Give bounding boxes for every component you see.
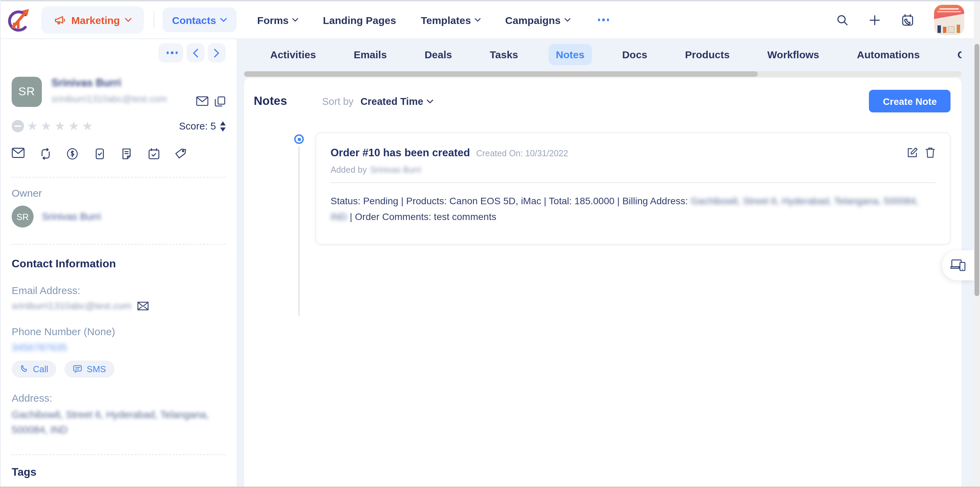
user-avatar[interactable] xyxy=(934,5,964,35)
contact-name: Srinivas Burri xyxy=(51,77,167,89)
delete-note-icon[interactable] xyxy=(925,147,935,158)
phone-number-label: Phone Number (None) xyxy=(12,326,226,337)
tab-emails[interactable]: Emails xyxy=(346,43,395,65)
create-note-button[interactable]: Create Note xyxy=(869,90,950,113)
chevron-down-icon xyxy=(564,18,570,22)
next-contact-button[interactable] xyxy=(208,43,226,62)
address-label: Address: xyxy=(12,392,226,404)
chevron-down-icon xyxy=(292,18,298,22)
tab-deals[interactable]: Deals xyxy=(417,43,460,65)
sms-label: SMS xyxy=(87,364,106,374)
tab-workflows[interactable]: Workflows xyxy=(760,43,827,65)
score-label: Score: 5 xyxy=(179,121,216,132)
send-email-icon[interactable] xyxy=(196,96,208,107)
sort-value: Created Time xyxy=(360,95,423,107)
notes-panel: Notes Sort by Created Time Create Note O… xyxy=(244,78,961,486)
call-label: Call xyxy=(33,364,48,374)
nav-item-forms[interactable]: Forms xyxy=(257,14,298,26)
previous-contact-button[interactable] xyxy=(186,43,204,62)
score-control: Score: 5 xyxy=(179,121,226,132)
phone-actions: Call SMS xyxy=(12,361,226,378)
record-tabs: Activities Emails Deals Tasks Notes Docs… xyxy=(244,38,961,71)
address-value: Gachibowli, Street 6, Hyderabad, Telanga… xyxy=(12,408,210,438)
tab-docs[interactable]: Docs xyxy=(614,43,655,65)
brand-logo-icon[interactable] xyxy=(5,6,33,33)
note-body: Status: Pending | Products: Canon EOS 5D… xyxy=(331,193,919,225)
top-navbar: Marketing Contacts Forms Landing Pages T… xyxy=(0,2,974,39)
scrollbar-thumb[interactable] xyxy=(244,71,758,77)
email-address-label: Email Address: xyxy=(12,285,226,296)
add-icon[interactable] xyxy=(868,13,881,26)
note-title: Order #10 has been created xyxy=(331,147,470,159)
email-address-value[interactable]: sriniburri1310abc@test.com xyxy=(12,300,131,311)
sms-icon xyxy=(73,365,83,374)
devices-widget-tab[interactable] xyxy=(942,250,974,280)
sms-button[interactable]: SMS xyxy=(65,361,114,378)
tab-automations[interactable]: Automations xyxy=(850,43,927,65)
edit-note-icon[interactable] xyxy=(907,147,918,158)
nav-item-landing-pages[interactable]: Landing Pages xyxy=(323,14,396,26)
note-body-text: | Order Comments: test comments xyxy=(347,211,496,222)
note-card-header: Order #10 has been created Created On: 1… xyxy=(331,147,935,159)
nav-more-icon[interactable] xyxy=(598,19,609,21)
product-switcher[interactable]: Marketing xyxy=(41,6,144,33)
templates-label: Templates xyxy=(421,14,471,26)
header-divider xyxy=(154,11,154,29)
owner-label: Owner xyxy=(12,187,226,199)
tab-notes[interactable]: Notes xyxy=(548,43,592,65)
score-stepper[interactable] xyxy=(220,121,226,131)
tab-calls[interactable]: Calls xyxy=(950,43,961,65)
scrollbar-thumb[interactable] xyxy=(975,44,979,296)
contact-information-heading: Contact Information xyxy=(12,258,226,270)
chevron-down-icon xyxy=(426,99,433,103)
nav-item-contacts[interactable]: Contacts xyxy=(162,8,237,32)
chevron-right-icon xyxy=(214,48,220,57)
primary-nav: Forms Landing Pages Templates Campaigns xyxy=(257,14,609,26)
phone-number-value[interactable]: 3456787635 xyxy=(12,342,226,353)
event-icon[interactable] xyxy=(147,147,160,161)
note-card: Order #10 has been created Created On: 1… xyxy=(315,132,950,245)
sort-by-label: Sort by xyxy=(322,95,353,107)
timeline-line xyxy=(298,146,300,316)
chevron-down-icon xyxy=(220,18,227,22)
section-divider xyxy=(12,244,226,245)
sync-icon[interactable] xyxy=(39,147,52,161)
sort-select[interactable]: Created Time xyxy=(360,95,433,107)
no-star-icon[interactable] xyxy=(12,120,24,132)
task-icon[interactable] xyxy=(93,147,106,161)
nav-item-campaigns[interactable]: Campaigns xyxy=(505,14,570,26)
tab-products[interactable]: Products xyxy=(678,43,737,65)
call-log-icon[interactable] xyxy=(900,13,915,27)
window-left-border xyxy=(0,0,1,488)
vertical-scrollbar[interactable] xyxy=(974,2,980,486)
chevron-down-icon xyxy=(125,18,132,22)
star-rating: ★★★★★ Score: 5 xyxy=(12,120,226,132)
contact-actions-row xyxy=(12,43,226,62)
call-button[interactable]: Call xyxy=(12,361,57,378)
added-by-label: Added by xyxy=(331,165,367,175)
deal-icon[interactable] xyxy=(66,147,79,161)
stars-icon[interactable]: ★★★★★ xyxy=(27,120,95,132)
header-actions xyxy=(836,5,964,35)
contact-more-button[interactable] xyxy=(158,43,183,62)
email-icon[interactable] xyxy=(12,147,25,161)
landing-pages-label: Landing Pages xyxy=(323,14,396,26)
note-icon[interactable] xyxy=(120,147,133,161)
tag-icon[interactable] xyxy=(174,147,187,161)
tab-activities[interactable]: Activities xyxy=(262,43,323,65)
product-label: Marketing xyxy=(71,14,120,26)
timeline-dot-icon xyxy=(294,134,304,144)
note-created-on: Created On: 10/31/2022 xyxy=(476,149,568,158)
search-icon[interactable] xyxy=(836,13,849,26)
copy-icon[interactable] xyxy=(215,96,226,107)
nav-item-templates[interactable]: Templates xyxy=(421,14,480,26)
more-icon xyxy=(167,52,178,54)
tags-heading: Tags xyxy=(12,466,226,478)
notes-header: Notes Sort by Created Time Create Note xyxy=(244,78,961,113)
chevron-left-icon xyxy=(193,48,198,57)
tabs-horizontal-scrollbar[interactable] xyxy=(244,71,961,77)
compose-email-icon[interactable] xyxy=(137,301,148,310)
contact-sidebar: SR Srinivas Burri sriniburri1310abc@test… xyxy=(1,39,237,486)
tab-tasks[interactable]: Tasks xyxy=(482,43,526,65)
owner-row: SR Srinivas Burri xyxy=(12,206,226,227)
